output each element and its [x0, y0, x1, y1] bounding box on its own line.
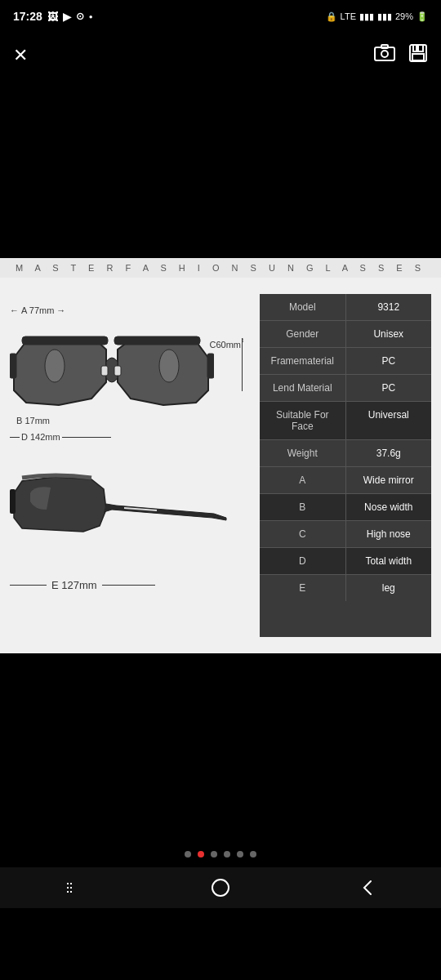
dim-a-text: A 77mm	[21, 305, 54, 315]
spec-key-face: Suitable For Face	[260, 402, 346, 439]
spec-model: Model 9312	[260, 294, 431, 321]
glasses-front-diagram: ← A 77mm → C60mm ↕	[10, 305, 243, 448]
save-button[interactable]	[408, 43, 428, 68]
dim-c-text: C60mm	[209, 340, 241, 350]
youtube-icon: ▶	[63, 11, 71, 23]
svg-point-11	[45, 350, 65, 382]
dim-a-label: ← A 77mm →	[10, 305, 65, 315]
spec-face: Suitable For Face Universal	[260, 402, 431, 440]
svg-rect-21	[70, 891, 72, 893]
svg-rect-6	[416, 46, 419, 51]
spec-b: B Nose width	[260, 494, 431, 521]
spec-key-d: D	[260, 548, 346, 574]
pagination	[0, 841, 441, 867]
front-glasses-svg	[10, 317, 214, 423]
spec-val-d: Total width	[346, 548, 432, 574]
svg-rect-8	[114, 336, 200, 345]
main-content: ← A 77mm → C60mm ↕	[0, 278, 441, 653]
svg-rect-15	[10, 489, 16, 514]
spec-val-model: 9312	[346, 294, 432, 320]
side-glasses-svg	[10, 465, 234, 546]
spec-gender: Gender Unisex	[260, 321, 431, 348]
dot-indicator: ●	[89, 13, 93, 20]
svg-rect-14	[114, 366, 121, 376]
brand-text: M A S T E R F A S H I O N S U N G L A S …	[16, 263, 425, 273]
svg-point-12	[159, 350, 179, 382]
dim-e-row: E 127mm	[10, 579, 252, 591]
svg-rect-9	[10, 354, 16, 378]
nav-menu-button[interactable]	[64, 880, 83, 896]
spec-key-e: E	[260, 575, 346, 601]
svg-rect-17	[70, 883, 72, 884]
dim-c-line	[242, 338, 243, 391]
spec-val-e: leg	[346, 575, 432, 601]
camera-button[interactable]	[374, 43, 395, 68]
dim-e-line-right	[102, 585, 155, 586]
dot-3[interactable]	[211, 851, 217, 858]
spec-val-gender: Unisex	[346, 321, 432, 347]
battery-icon: 🔋	[416, 11, 428, 22]
lock-icon: 🔒	[326, 11, 337, 22]
nav-back-button[interactable]	[358, 878, 377, 898]
brand-strip: M A S T E R F A S H I O N S U N G L A S …	[0, 258, 441, 278]
battery-label: 29%	[395, 11, 413, 21]
svg-point-1	[381, 51, 388, 57]
instagram-icon: ⊙	[76, 11, 84, 22]
photo-icon: 🖼	[47, 11, 58, 23]
dim-b-text: B 17mm	[16, 416, 50, 425]
svg-rect-20	[67, 891, 69, 893]
spec-key-lens: Lend Material	[260, 375, 346, 401]
spec-val-lens: PC	[346, 375, 432, 401]
svg-rect-19	[70, 887, 72, 889]
wifi-bars: ▮▮▮	[377, 11, 392, 22]
spec-val-face: Universal	[346, 402, 432, 439]
nav-bar: ✕	[0, 33, 441, 78]
spec-key-frame: Framematerial	[260, 348, 346, 374]
dot-4[interactable]	[224, 851, 230, 858]
spec-d: D Total width	[260, 548, 431, 575]
diagram-area: ← A 77mm → C60mm ↕	[10, 294, 252, 637]
spec-key-gender: Gender	[260, 321, 346, 347]
svg-rect-10	[207, 354, 214, 378]
spec-key-b: B	[260, 494, 346, 520]
dim-b-label: B 17mm	[16, 416, 50, 425]
spec-val-c: High nose	[346, 521, 432, 547]
status-bar: 17:28 🖼 ▶ ⊙ ● 🔒 LTE ▮▮▮ ▮▮▮ 29% 🔋	[0, 0, 441, 33]
dim-e-text: E 127mm	[51, 579, 97, 591]
dot-1[interactable]	[185, 851, 191, 858]
spec-a: A Wide mirror	[260, 467, 431, 494]
status-right: 🔒 LTE ▮▮▮ ▮▮▮ 29% 🔋	[326, 11, 428, 22]
spec-e: E leg	[260, 575, 431, 601]
spec-frame: Framematerial PC	[260, 348, 431, 375]
signal-bars: ▮▮▮	[359, 11, 374, 22]
svg-rect-5	[412, 54, 424, 60]
nav-home-button[interactable]	[211, 878, 230, 898]
spec-val-weight: 37.6g	[346, 440, 432, 466]
spec-weight: Weight 37.6g	[260, 440, 431, 467]
signal-label: LTE	[341, 11, 356, 21]
spec-lens: Lend Material PC	[260, 375, 431, 402]
close-button[interactable]: ✕	[13, 45, 28, 66]
spec-key-a: A	[260, 467, 346, 493]
svg-rect-0	[375, 47, 394, 60]
spec-key-weight: Weight	[260, 440, 346, 466]
spec-key-model: Model	[260, 294, 346, 320]
spec-val-b: Nose width	[346, 494, 432, 520]
svg-rect-16	[67, 883, 69, 884]
spec-c: C High nose	[260, 521, 431, 548]
dim-c-label: C60mm	[209, 340, 241, 350]
dim-e-line-left	[10, 585, 47, 586]
bottom-black-area	[0, 653, 441, 841]
spec-key-c: C	[260, 521, 346, 547]
dot-5[interactable]	[237, 851, 243, 858]
product-image-area	[0, 78, 441, 258]
dim-d-text: D 142mm	[21, 432, 60, 442]
bottom-nav	[0, 867, 441, 908]
svg-rect-7	[22, 336, 108, 345]
spec-val-frame: PC	[346, 348, 432, 374]
dot-6[interactable]	[250, 851, 256, 858]
svg-point-22	[212, 880, 229, 896]
dot-2-active[interactable]	[198, 851, 204, 858]
dim-d-label: D 142mm	[10, 432, 111, 442]
time-display: 17:28	[13, 10, 42, 23]
